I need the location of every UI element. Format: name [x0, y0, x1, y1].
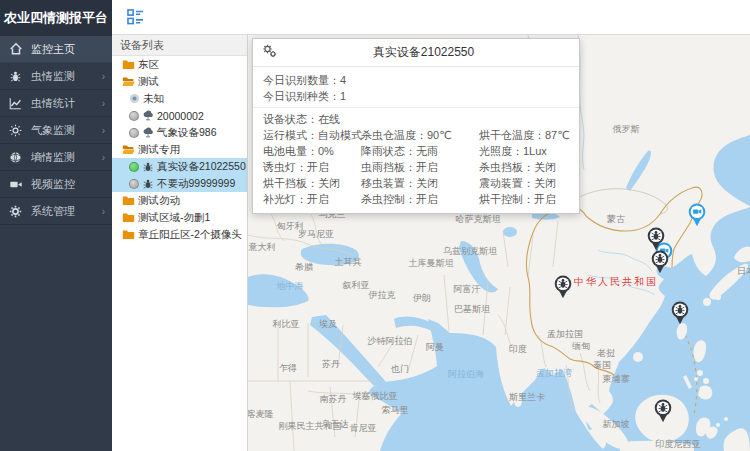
weather-icon — [142, 127, 154, 138]
popup-grid-cell: 杀虫控制：开启 — [361, 191, 479, 207]
sidebar-item-1[interactable]: 监控主页 — [0, 36, 112, 63]
device-tree-item[interactable]: 20000002 — [112, 107, 247, 124]
popup-body: 今日识别数量：4今日识别种类：1 设备状态：在线 运行模式：自动模式杀虫仓温度：… — [253, 67, 579, 213]
insect-device-pin[interactable] — [554, 275, 573, 303]
sidebar-item-label: 系统管理 — [31, 204, 100, 219]
tree-item-label: 气象设备986 — [157, 126, 217, 140]
sidebar-item-5[interactable]: 墒情监测› — [0, 144, 112, 171]
device-tree-folder[interactable]: 东区 — [112, 56, 247, 73]
popup-grid-cell: 烘干仓温度：87℃ — [479, 127, 570, 143]
tree-item-label: 未知 — [143, 92, 164, 106]
popup-grid-cell: 杀虫挡板：关闭 — [479, 159, 569, 175]
tree-item-label: 测试专用 — [138, 143, 180, 157]
tree-item-label: 章丘阳丘区-2个摄像头 — [138, 228, 242, 242]
device-tree: 东区测试未知20000002气象设备986测试专用真实设备21022550不要动… — [112, 56, 247, 243]
insect-device-pin[interactable] — [654, 399, 673, 427]
popup-summary-row: 今日识别数量：4 — [263, 72, 569, 88]
sidebar-item-2[interactable]: 虫情监测› — [0, 63, 112, 90]
sidebar-item-label: 墒情监测 — [31, 150, 100, 165]
sidebar-item-7[interactable]: 系统管理› — [0, 198, 112, 225]
status-dot-online — [129, 162, 139, 172]
device-list-panel: 设备列表 东区测试未知20000002气象设备986测试专用真实设备210225… — [112, 35, 248, 451]
popup-divider — [253, 107, 579, 108]
bug-icon — [9, 69, 24, 84]
insect-icon — [142, 161, 154, 173]
chart-icon — [9, 96, 24, 111]
sidebar-item-label: 监控主页 — [31, 42, 105, 57]
device-tree-item[interactable]: 真实设备21022550 — [112, 158, 247, 175]
sidebar-item-label: 视频监控 — [31, 177, 105, 192]
chevron-right-icon: › — [102, 206, 105, 217]
sidebar-item-label: 虫情统计 — [31, 96, 100, 111]
popup-status-row: 设备状态：在线 — [263, 111, 569, 127]
sidebar-menu: 监控主页虫情监测›虫情统计›气象监测›墒情监测›视频监控系统管理› — [0, 36, 112, 225]
popup-grid-row: 补光灯：开启杀虫控制：开启烘干控制：开启 — [263, 191, 569, 207]
tree-item-label: 测试勿动 — [138, 194, 180, 208]
folder-open-icon — [122, 144, 135, 155]
status-dot-offline — [129, 179, 139, 189]
video-icon — [9, 177, 24, 192]
popup-grid-cell: 运行模式：自动模式 — [263, 127, 361, 143]
gear-icon — [9, 204, 24, 219]
status-dot-offline — [129, 111, 139, 121]
insect-device-pin[interactable] — [651, 250, 670, 278]
sidebar-item-6[interactable]: 视频监控 — [0, 171, 112, 198]
popup-grid-cell: 虫雨挡板：开启 — [361, 159, 479, 175]
topbar — [112, 0, 750, 35]
tree-item-label: 不要动99999999 — [157, 177, 235, 191]
popup-grid-row: 运行模式：自动模式杀虫仓温度：90℃烘干仓温度：87℃ — [263, 127, 569, 143]
chevron-right-icon: › — [102, 125, 105, 136]
sidebar-item-4[interactable]: 气象监测› — [0, 117, 112, 144]
folder-open-icon — [122, 76, 135, 87]
popup-grid-row: 诱虫灯：开启虫雨挡板：开启杀虫挡板：关闭 — [263, 159, 569, 175]
home-icon — [9, 42, 24, 57]
popup-grid-cell: 杀虫仓温度：90℃ — [361, 127, 479, 143]
globe-icon — [9, 150, 24, 165]
agri-monitoring-app: { "app": { "title": "农业四情测报平台" }, "punct… — [0, 0, 750, 451]
popup-grid-cell: 移虫装置：关闭 — [361, 175, 479, 191]
device-tree-item[interactable]: 不要动99999999 — [112, 175, 247, 192]
device-info-popup: 真实设备21022550 今日识别数量：4今日识别种类：1 设备状态：在线 运行… — [252, 38, 580, 214]
sidebar-item-label: 气象监测 — [31, 123, 100, 138]
popup-grid-cell: 光照度：1Lux — [479, 143, 569, 159]
tree-item-label: 测试 — [138, 75, 159, 89]
status-dot-offline — [129, 128, 139, 138]
folder-closed-icon — [122, 59, 135, 70]
chevron-right-icon: › — [102, 71, 105, 82]
device-tree-folder[interactable]: 测试勿动 — [112, 192, 247, 209]
sidebar-item-3[interactable]: 虫情统计› — [0, 90, 112, 117]
tree-item-label: 东区 — [138, 58, 159, 72]
popup-grid-row: 电池电量：0%降雨状态：无雨光照度：1Lux — [263, 143, 569, 159]
device-tree-folder[interactable]: 测试区域-勿删1 — [112, 209, 247, 226]
device-tree-folder[interactable]: 测试 — [112, 73, 247, 90]
sidebar-item-label: 虫情监测 — [31, 69, 100, 84]
folder-closed-icon — [122, 212, 135, 223]
popup-grid-cell: 电池电量：0% — [263, 143, 361, 159]
tree-item-label: 测试区域-勿删1 — [138, 211, 210, 225]
device-list-header: 设备列表 — [112, 35, 247, 56]
popup-summary-row: 今日识别种类：1 — [263, 88, 569, 104]
camera-device-pin[interactable] — [688, 203, 707, 231]
popup-grid-cell: 诱虫灯：开启 — [263, 159, 361, 175]
sidebar: 农业四情测报平台 监控主页虫情监测›虫情统计›气象监测›墒情监测›视频监控系统管… — [0, 0, 112, 451]
app-title: 农业四情测报平台 — [0, 0, 112, 36]
chevron-right-icon: › — [102, 98, 105, 109]
weather-icon — [142, 110, 154, 121]
sun-icon — [9, 123, 24, 138]
popup-header: 真实设备21022550 — [253, 39, 579, 67]
tree-item-label: 真实设备21022550 — [157, 160, 246, 174]
device-tree-folder[interactable]: 章丘阳丘区-2个摄像头 — [112, 226, 247, 243]
device-tree-toggle-icon[interactable] — [127, 9, 144, 29]
popup-grid-cell: 降雨状态：无雨 — [361, 143, 479, 159]
popup-grid-cell: 补光灯：开启 — [263, 191, 361, 207]
popup-grid-cell: 烘干挡板：关闭 — [263, 175, 361, 191]
device-tree-item[interactable]: 未知 — [112, 90, 247, 107]
insect-device-pin[interactable] — [671, 301, 690, 329]
popup-grid-row: 烘干挡板：关闭移虫装置：关闭震动装置：关闭 — [263, 175, 569, 191]
device-tree-folder[interactable]: 测试专用 — [112, 141, 247, 158]
popup-grid-cell: 烘干控制：开启 — [479, 191, 569, 207]
gears-icon[interactable] — [262, 44, 277, 62]
device-tree-item[interactable]: 气象设备986 — [112, 124, 247, 141]
folder-closed-icon — [122, 195, 135, 206]
popup-grid-cell: 震动装置：关闭 — [479, 175, 569, 191]
